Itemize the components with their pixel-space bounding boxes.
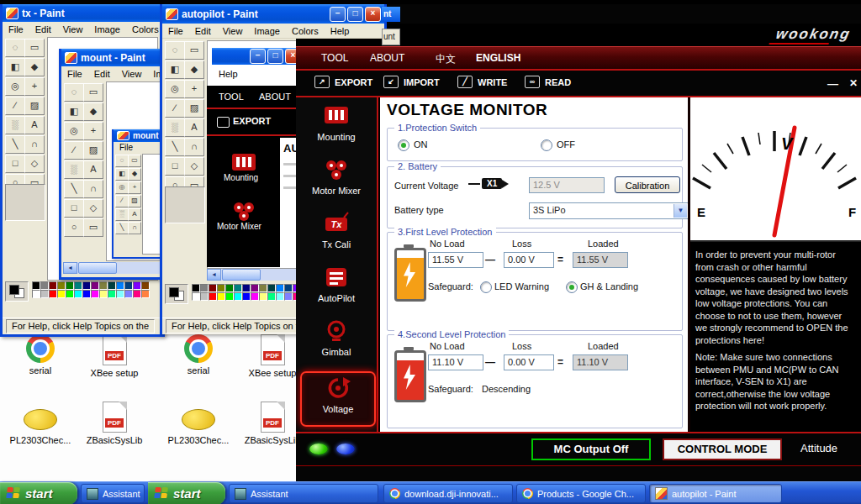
taskbar-item-products-google[interactable]: Products - Google Ch... xyxy=(516,484,646,503)
color-swatch[interactable] xyxy=(32,290,40,298)
color-swatch[interactable] xyxy=(91,290,99,298)
menu-image[interactable]: Image xyxy=(88,24,126,35)
color-swatch[interactable] xyxy=(200,292,209,301)
paint-tool-button[interactable]: ∩ xyxy=(83,180,103,198)
paint-tool-button[interactable]: ▭ xyxy=(184,41,204,60)
close-button[interactable]: ✕ xyxy=(849,77,858,89)
menu-edit[interactable]: Edit xyxy=(29,24,57,35)
sidebar-item-autopilot[interactable]: AutoPilot xyxy=(300,262,372,314)
current-colors-indicator[interactable] xyxy=(5,281,29,302)
menu-image[interactable]: Image xyxy=(248,25,286,37)
paint-tool-button[interactable]: ◆ xyxy=(24,58,45,76)
color-swatch[interactable] xyxy=(116,290,124,298)
color-swatch[interactable] xyxy=(284,284,293,292)
loss-field[interactable]: 0.00 V xyxy=(504,354,554,370)
color-swatch[interactable] xyxy=(267,292,276,301)
taskbar-item-assistant-2[interactable]: Assistant xyxy=(229,484,378,503)
color-swatch[interactable] xyxy=(66,290,74,298)
import-button[interactable]: IMPORT xyxy=(383,76,440,88)
color-swatch[interactable] xyxy=(82,281,91,290)
paint-tool-button[interactable]: ◌ xyxy=(115,155,129,167)
paint-tool-button[interactable]: □ xyxy=(64,199,84,218)
paint-tool-button[interactable]: ░ xyxy=(5,116,25,134)
sidebar-item-gimbal[interactable]: Gimbal xyxy=(300,316,372,368)
color-swatch[interactable] xyxy=(66,281,74,290)
close-button[interactable]: × xyxy=(365,7,381,22)
paint-tool-button[interactable]: ◇ xyxy=(83,199,103,218)
desktop-icon-pl2303chec-[interactable]: PL2303Chec... xyxy=(163,402,234,469)
scroll-thumb[interactable] xyxy=(222,269,261,281)
current-colors-indicator[interactable] xyxy=(165,284,188,304)
color-swatch[interactable] xyxy=(74,290,82,298)
sidebar-item-mounting[interactable]: Mounting xyxy=(300,101,372,153)
scroll-left-button[interactable] xyxy=(207,269,221,281)
read-button[interactable]: READ xyxy=(525,76,571,88)
paint-tool-button[interactable]: + xyxy=(83,122,103,140)
color-swatch[interactable] xyxy=(251,292,259,301)
tool-options-panel[interactable] xyxy=(165,186,205,223)
menu-about[interactable]: ABOUT xyxy=(370,52,404,64)
paint-tool-button[interactable]: ◧ xyxy=(5,58,25,76)
color-swatch[interactable] xyxy=(225,284,234,292)
sidebar-item-tx-cali[interactable]: Tx Tx Cali xyxy=(300,208,372,260)
paint-tool-button[interactable]: ◧ xyxy=(64,102,84,121)
color-swatch[interactable] xyxy=(49,281,57,290)
paint-tool-button[interactable]: A xyxy=(128,208,141,221)
color-swatch[interactable] xyxy=(99,290,108,298)
paint-tool-button[interactable]: ∕ xyxy=(64,141,84,160)
paint-tool-button[interactable]: ◎ xyxy=(165,80,185,98)
color-swatch[interactable] xyxy=(251,284,259,292)
menu-tool[interactable]: TOOL xyxy=(321,52,348,64)
color-swatch[interactable] xyxy=(141,290,150,298)
paint-tool-button[interactable]: ▨ xyxy=(24,97,45,115)
menu-colors[interactable]: Colors xyxy=(126,24,162,35)
paint-tool-button[interactable]: ▭ xyxy=(83,83,103,102)
write-button[interactable]: WRITE xyxy=(457,76,507,88)
color-swatch[interactable] xyxy=(259,292,267,301)
paint-tool-button[interactable]: ◌ xyxy=(165,41,185,60)
color-swatch[interactable] xyxy=(49,290,57,298)
menu-view[interactable]: View xyxy=(217,25,249,37)
start-button-1[interactable]: start xyxy=(0,482,77,504)
paint-tool-button[interactable]: ◧ xyxy=(165,60,185,79)
paint-tool-button[interactable]: ◧ xyxy=(115,168,129,181)
color-swatch[interactable] xyxy=(74,281,82,290)
paint-tool-button[interactable]: ▭ xyxy=(83,218,103,237)
paint-tool-button[interactable]: ∕ xyxy=(5,97,25,115)
radio-protection-off[interactable] xyxy=(541,139,552,151)
sidebar-item-motor-mixer[interactable]: Motor Mixer xyxy=(300,155,372,207)
menu-view[interactable]: View xyxy=(116,68,148,80)
radio-led-warning[interactable] xyxy=(480,281,492,293)
loss-field[interactable]: 0.00 V xyxy=(504,252,554,268)
color-swatch[interactable] xyxy=(242,292,251,301)
color-swatch[interactable] xyxy=(82,290,91,298)
color-swatch[interactable] xyxy=(133,281,141,290)
color-swatch[interactable] xyxy=(141,281,150,290)
paint-tool-button[interactable]: ◆ xyxy=(128,168,141,181)
desktop-icon-serial[interactable]: serial xyxy=(163,334,234,402)
taskbar-item-assistant-1[interactable]: Assistant xyxy=(81,484,145,503)
tool-options-panel[interactable] xyxy=(5,184,45,221)
paint-tool-button[interactable]: A xyxy=(24,116,45,134)
paint-tool-button[interactable]: ∩ xyxy=(128,222,141,234)
paint-tool-button[interactable]: □ xyxy=(5,155,25,173)
paint-tool-button[interactable]: ○ xyxy=(64,218,84,237)
paint-tool-button[interactable]: ∩ xyxy=(184,138,204,156)
menu-lang-english[interactable]: ENGLISH xyxy=(476,52,520,64)
paint-tool-button[interactable]: ░ xyxy=(115,208,129,221)
chevron-down-icon[interactable]: ▼ xyxy=(673,204,687,218)
menu-help[interactable]: Help xyxy=(325,25,356,37)
minimize-button[interactable]: – xyxy=(330,7,346,22)
radio-gh-landing[interactable] xyxy=(566,281,578,293)
paint-tool-button[interactable]: □ xyxy=(165,157,185,176)
color-swatch[interactable] xyxy=(40,281,49,290)
paint-tool-button[interactable]: ∩ xyxy=(24,135,45,154)
color-swatch[interactable] xyxy=(234,284,242,292)
color-swatch[interactable] xyxy=(133,290,141,298)
no-load-field[interactable]: 11.55 V xyxy=(428,252,483,268)
paint-tool-button[interactable]: ◇ xyxy=(184,157,204,176)
menu-colors[interactable]: Colors xyxy=(286,25,325,37)
paint-tool-button[interactable]: ░ xyxy=(165,118,185,137)
desktop-icon-pl2303chec-[interactable]: PL2303Chec... xyxy=(5,402,76,469)
paint-tool-button[interactable]: ▭ xyxy=(24,39,45,57)
